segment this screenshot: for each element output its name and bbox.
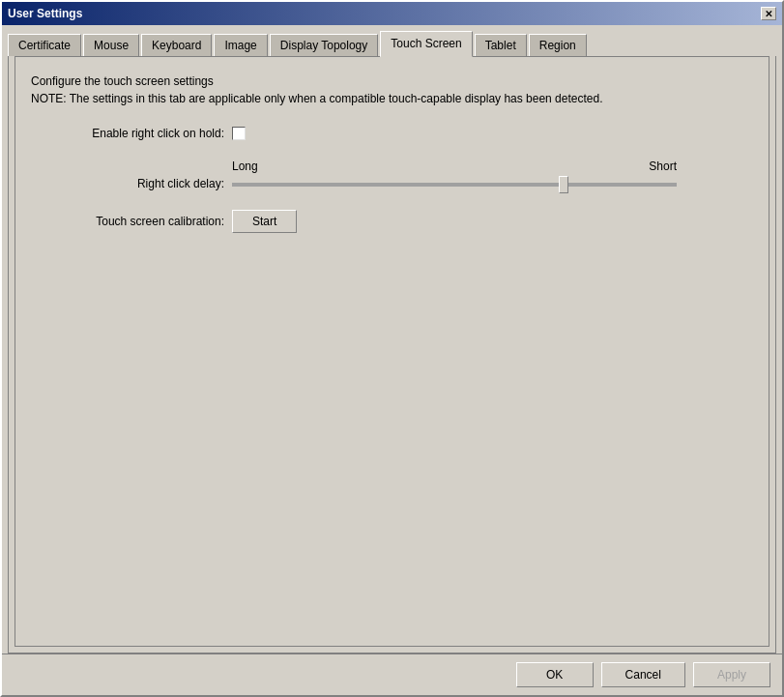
enable-rightclick-row: Enable right click on hold: — [50, 127, 753, 140]
tab-certificate[interactable]: Certificate — [8, 34, 81, 56]
settings-grid: Enable right click on hold: Right click … — [50, 127, 753, 233]
window-title: User Settings — [8, 7, 82, 20]
slider-labels: Long Short — [232, 160, 677, 173]
ok-button[interactable]: OK — [516, 662, 594, 687]
tab-display-topology[interactable]: Display Topology — [270, 34, 379, 56]
tab-mouse[interactable]: Mouse — [83, 34, 139, 56]
title-bar: User Settings ✕ — [2, 2, 782, 25]
info-line1: Configure the touch screen settings — [31, 73, 753, 90]
user-settings-window: User Settings ✕ Certificate Mouse Keyboa… — [0, 0, 784, 697]
rightclick-delay-slider[interactable] — [232, 183, 677, 187]
close-button[interactable]: ✕ — [761, 7, 776, 20]
slider-min-label: Long — [232, 160, 258, 173]
tab-touch-screen[interactable]: Touch Screen — [380, 31, 472, 57]
info-text: Configure the touch screen settings NOTE… — [31, 73, 753, 107]
tab-keyboard[interactable]: Keyboard — [141, 34, 212, 56]
enable-rightclick-checkbox[interactable] — [232, 127, 246, 140]
content-border: Configure the touch screen settings NOTE… — [8, 56, 776, 653]
slider-container: Long Short — [232, 160, 677, 194]
tabs-bar: Certificate Mouse Keyboard Image Display… — [2, 25, 782, 56]
bottom-bar: OK Cancel Apply — [2, 653, 782, 695]
info-line2: NOTE: The settings in this tab are appli… — [31, 90, 753, 107]
rightclick-delay-label: Right click delay: — [50, 177, 224, 190]
checkbox-wrapper — [232, 127, 246, 140]
tab-image[interactable]: Image — [214, 34, 267, 56]
content-area: Configure the touch screen settings NOTE… — [15, 56, 769, 647]
apply-button[interactable]: Apply — [693, 662, 770, 687]
tab-region[interactable]: Region — [529, 34, 587, 56]
tab-tablet[interactable]: Tablet — [475, 34, 527, 56]
rightclick-delay-row: Right click delay: Long Short — [50, 160, 753, 194]
slider-track — [232, 175, 677, 194]
start-calibration-button[interactable]: Start — [232, 210, 297, 233]
cancel-button[interactable]: Cancel — [601, 662, 685, 687]
enable-rightclick-label: Enable right click on hold: — [50, 127, 224, 140]
calibration-row: Touch screen calibration: Start — [50, 210, 753, 233]
slider-max-label: Short — [649, 160, 677, 173]
calibration-label: Touch screen calibration: — [50, 215, 224, 228]
